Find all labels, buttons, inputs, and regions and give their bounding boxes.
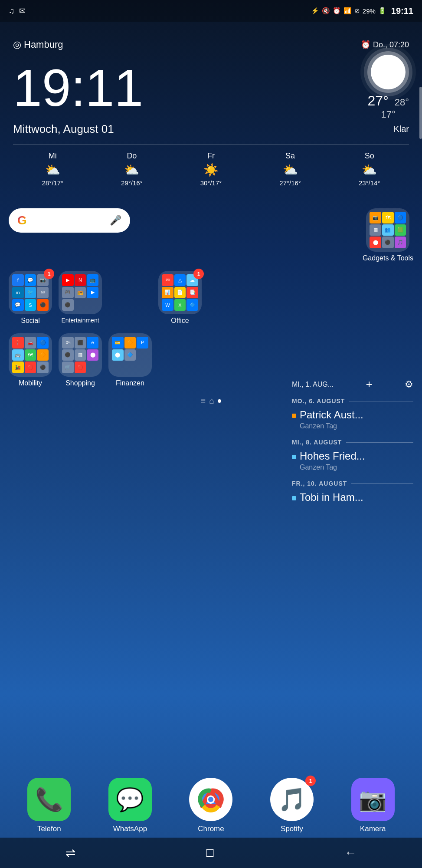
mute-icon: 🔇 [322,7,330,15]
calendar-add-button[interactable]: + [366,378,372,391]
back-button[interactable]: ← [344,846,357,860]
folder-icon-mobility[interactable]: 📍 🚗 🔵 🚌 🗺 🔶 🚂 🔴 ⚫ [9,333,52,377]
dock-app-kamera[interactable]: 📷 Kamera [351,778,395,833]
folder-mini-word: W [162,299,173,311]
folder-icon-gadgets[interactable]: 📸 🗺 🔵 ▦ 👥 🟩 ⬤ ⚫ 🎵 [366,208,409,252]
home-button[interactable]: □ [206,846,214,860]
dock-app-chrome[interactable]: Chrome [189,778,232,833]
folder-mini-app: ✉ [37,287,49,299]
calendar-widget: MI., 1. AUG... + ⚙ MO., 6. AUGUST Patric… [292,378,413,513]
recent-apps-button[interactable]: ⇌ [65,846,75,860]
temp-display: 27° 28° 17° [367,93,409,120]
whatsapp-icon[interactable]: 💬 [108,778,152,821]
folder-label-social: Social [21,317,40,325]
whatsapp-label: WhatsApp [113,825,147,833]
folder-office[interactable]: ✉ △ ☁ 📊 📄 📑 W X 🔷 1 Office [158,271,202,325]
folder-mini-facebook: f [12,274,24,286]
folder-mini-app: 🚌 [12,349,24,361]
kamera-icon[interactable]: 📷 [351,778,395,821]
top-app-row: G 🎤 📸 🗺 🔵 ▦ 👥 🟩 ⬤ ⚫ 🎵 Gadgets & Tools [9,208,413,262]
folder-mini-skype: S [25,299,36,311]
folder-mini-app: ⬛ [75,337,86,349]
chrome-svg [198,786,224,812]
clock-time: 19:11 [391,6,413,16]
folder-mini-app: ⬤ [87,349,98,361]
weather-top-row: ◎ Hamburg ⏰ Do., 07:20 [13,39,409,50]
calendar-event-patrick[interactable]: Patrick Aust... Ganzen Tag [292,409,413,430]
folder-social[interactable]: f 💬 📷 in 🐦 ✉ 💬 S ⚫ 1 Social [9,271,52,325]
folder-mini-app: 📻 [75,287,86,299]
calendar-section-aug6: MO., 6. AUGUST [292,398,413,404]
folder-mini-app: 👥 [382,224,394,236]
folder-mini-app: 🔴 [75,362,86,373]
bluetooth-icon: ⚡ [311,7,319,15]
folder-mini-app: 🔶 [124,337,136,349]
folder-mini-app: ▦ [75,349,86,361]
folder-shopping[interactable]: 🛍 ⬛ e ⚫ ▦ ⬤ 🛒 🔴 Shopping [59,333,102,387]
folder-label-gadgets: Gadgets & Tools [363,254,413,262]
telefon-icon[interactable]: 📞 [27,778,71,821]
folder-mini-app: ⚫ [62,349,74,361]
calendar-current-date: MI., 1. AUG... [292,381,334,388]
folder-mini-youtube: ▶ [62,274,74,286]
location-pin-icon: ◎ [13,39,21,50]
folder-mini-gmail: ✉ [162,274,173,286]
kamera-label: Kamera [360,825,386,833]
folder-entertainment[interactable]: ▶ N 📺 🎮 📻 ▶ ⚫ Enter­tain­ment [59,271,102,325]
status-left-icons: ♫ ✉ [9,6,26,16]
folder-finanzen[interactable]: 💳 🔶 P ⬤ 🔷 Finanzen [108,333,152,387]
folder-label-shopping: Shopping [65,379,95,387]
weather-main-section: 19:11 27° 28° 17° [13,55,409,120]
folder-mini-app: 🗺 [25,349,36,361]
dock-app-whatsapp[interactable]: 💬 WhatsApp [108,778,152,833]
folder-mini-app: ⚫ [62,299,74,311]
no-disturb-icon: ⊘ [354,7,360,15]
folder-mini-app: 🔶 [37,349,49,361]
weather-condition: Klar [393,124,409,134]
status-bar: ♫ ✉ ⚡ 🔇 ⏰ 📶 ⊘ 29% 🔋 19:11 [0,0,422,22]
dock-app-telefon[interactable]: 📞 Telefon [27,778,71,833]
app-row-1: f 💬 📷 in 🐦 ✉ 💬 S ⚫ 1 Social ▶ N 📺 🎮 📻 [9,271,413,325]
folder-mini-app: 🔷 [124,349,136,361]
folder-mini-app: 🟩 [395,224,406,236]
date-line: Mittwoch, August 01 Klar [13,122,409,136]
page-dot-active [218,399,221,403]
folder-mini-app: 🎮 [62,287,74,299]
folder-mini-app: ⚫ [382,237,394,248]
calendar-settings-icon[interactable]: ⚙ [405,379,413,390]
weather-right-section: 27° 28° 17° [367,55,409,120]
folder-mobility[interactable]: 📍 🚗 🔵 🚌 🗺 🔶 🚂 🔴 ⚫ Mobility [9,333,52,387]
telefon-label: Telefon [37,825,61,833]
current-time-display: 19:11 [13,62,143,114]
svg-point-5 [208,797,213,802]
folder-icon-entertainment[interactable]: ▶ N 📺 🎮 📻 ▶ ⚫ [59,271,102,314]
folder-mini-app: 📺 [87,274,98,286]
folder-mini-maps: 📍 [12,337,24,349]
chrome-icon[interactable] [189,778,232,821]
gmail-icon: ✉ [19,6,26,16]
dock-app-spotify[interactable]: 🎵 1 Spotify [270,778,314,833]
folder-mini-app: 📸 [370,212,381,224]
folder-icon-shopping[interactable]: 🛍 ⬛ e ⚫ ▦ ⬤ 🛒 🔴 [59,333,102,377]
dock: 📞 Telefon 💬 WhatsApp C [0,778,422,833]
folder-icon-office[interactable]: ✉ △ ☁ 📊 📄 📑 W X 🔷 1 [158,271,202,314]
event-dot-teal [292,455,296,459]
folder-label-finanzen: Finanzen [116,379,144,387]
folder-mini-drive: △ [174,274,186,286]
spotify-icon: ♫ [9,7,15,16]
status-right-icons: ⚡ 🔇 ⏰ 📶 ⊘ 29% 🔋 19:11 [311,6,413,16]
folder-gadgets-tools[interactable]: 📸 🗺 🔵 ▦ 👥 🟩 ⬤ ⚫ 🎵 Gadgets & Tools [363,208,413,262]
microphone-icon[interactable]: 🎤 [110,215,121,226]
folder-mini-app: 💳 [112,337,124,349]
folder-icon-finanzen[interactable]: 💳 🔶 P ⬤ 🔷 [108,333,152,377]
folder-icon-social[interactable]: f 💬 📷 in 🐦 ✉ 💬 S ⚫ 1 [9,271,52,314]
google-search-bar[interactable]: G 🎤 [9,208,130,233]
spotify-label: Spotify [281,825,303,833]
calendar-event-tobi[interactable]: Tobi in Ham... [292,491,413,505]
folder-label-office: Office [171,317,189,325]
calendar-event-hohes[interactable]: Hohes Fried... Ganzen Tag [292,450,413,471]
folder-mini-app: ▶ [87,287,98,299]
folder-mini-linkedin: in [12,287,24,299]
folder-mini-app: ⚫ [37,299,49,311]
home-icon: ⌂ [209,396,214,406]
